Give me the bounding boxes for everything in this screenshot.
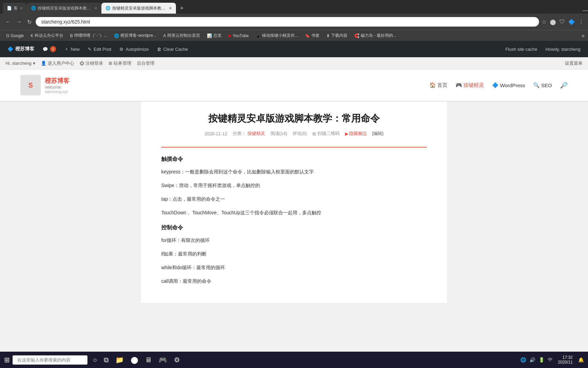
- bookmark-cilidao[interactable]: 🧲 磁力岛 - 最好用的...: [352, 32, 399, 40]
- section-control-commands: 控制命令 for循环：有限次的循环 if如果：最常用的判断 while和do循环…: [161, 224, 427, 286]
- nav-home[interactable]: 🏠 首页: [429, 82, 447, 89]
- wp-autoptimize-button[interactable]: ⚙ Autoptimize: [116, 45, 152, 54]
- chengsu-icon: 🌐: [114, 33, 119, 38]
- bookmark-chengsu[interactable]: 🌐 橙苏博客-wordpre...: [111, 32, 159, 40]
- aliyun-icon: A: [163, 33, 166, 38]
- taskbar-search-input[interactable]: [13, 355, 87, 365]
- bookmark-bilibili[interactable]: B 哔哩哔哩（' - '）...: [67, 32, 110, 40]
- tab-3[interactable]: 🌐 按键精灵安卓版游戏脚本教学： ✕: [101, 3, 176, 14]
- article-qrcode[interactable]: ⊞ 扫描二维码: [312, 131, 340, 137]
- taskbar-chrome-icon[interactable]: ⬤: [131, 356, 138, 364]
- forward-button[interactable]: →: [15, 17, 23, 26]
- secondary-user-center[interactable]: 👤 进入用户中心: [41, 60, 74, 66]
- extension-icon-1[interactable]: ⬤: [550, 19, 556, 25]
- battery-icon[interactable]: 🔋: [539, 357, 544, 363]
- bookmark-label-bilibili: 哔哩哔哩（' - '）...: [74, 33, 107, 39]
- flush-cache-button[interactable]: Flush site cache: [502, 45, 541, 54]
- wp-brand-item[interactable]: 🔷 橙苏博客: [4, 44, 38, 54]
- category-link[interactable]: 按键精灵: [247, 131, 265, 137]
- tab-2[interactable]: 🌐 按键精灵安卓版游戏脚本教学： ✕: [27, 3, 101, 14]
- taskbar-taskview-icon[interactable]: ⧉: [104, 356, 109, 364]
- wp-comments-item[interactable]: 💬 0: [39, 44, 60, 54]
- logo-url: starcheng.xyz: [45, 90, 69, 94]
- bilibili-icon: B: [70, 33, 73, 38]
- article-container: 按键精灵安卓版游戏脚本教学：常用命令 2020-11-12 分类： 按键精灵 阅…: [141, 102, 447, 303]
- bookmark-bookmarks[interactable]: 🔖 书签: [302, 32, 322, 40]
- wp-edit-button[interactable]: ✎ Edit Post: [84, 45, 115, 54]
- taskbar-extra-icon[interactable]: ⚙: [174, 356, 180, 364]
- extension-icon-2[interactable]: 🛡: [559, 19, 565, 25]
- notification-icon[interactable]: 🔔: [578, 357, 584, 363]
- tab-close-1[interactable]: ✕: [20, 6, 23, 11]
- site-nav: 🏠 首页 🎮 按键精灵 🔷 WordPress 🔍 SEO 🔎: [429, 81, 568, 89]
- article-category: 分类： 按键精灵: [233, 131, 265, 137]
- minimize-button[interactable]: —: [583, 7, 588, 14]
- comment-icon: 💬: [43, 47, 48, 52]
- menu-icon[interactable]: ⋮: [578, 19, 584, 25]
- wp-new-button[interactable]: ＋ New: [61, 44, 83, 54]
- hidden-label: 隐藏侧边: [349, 131, 367, 137]
- taskbar-explorer-icon[interactable]: 📁: [115, 356, 124, 364]
- bookmark-mobile[interactable]: 📱 移动按键小精灵作...: [253, 32, 301, 40]
- address-bar-row: ← → ↻ ☆ ⬤ 🛡 🔷 ⋮: [0, 14, 588, 30]
- tab-title-2: 按键精灵安卓版游戏脚本教学：: [38, 5, 92, 11]
- nav-wordpress[interactable]: 🔷 WordPress: [492, 82, 525, 88]
- new-label: New: [71, 47, 80, 52]
- logo-icon: S: [28, 81, 33, 89]
- bookmark-overview[interactable]: 📊 总览: [204, 32, 224, 40]
- address-input[interactable]: [36, 17, 539, 27]
- reload-button[interactable]: ↻: [26, 17, 33, 27]
- nav-seo[interactable]: 🔍 SEO: [533, 82, 552, 88]
- seo-icon: 🔍: [533, 82, 540, 88]
- keyjing-icon: 🎮: [456, 82, 462, 88]
- tab-close-2[interactable]: ✕: [94, 6, 97, 11]
- back-button[interactable]: ←: [4, 17, 12, 26]
- bookmark-download[interactable]: ⬇ 下载内容: [324, 32, 350, 40]
- touch-commands-title: 触摸命令: [161, 156, 427, 163]
- logo-text-block: 橙苏博客 welcome starcheng.xyz: [45, 77, 69, 94]
- secondary-backend[interactable]: 后台管理: [137, 60, 154, 66]
- content-keypress: keypress：一般是删除会用到这个命令，比如删除输入框里面的默认文字: [161, 167, 427, 177]
- bookmarks-more-button[interactable]: »: [582, 33, 585, 39]
- bookmark-youtube[interactable]: ▶ YouTube: [226, 32, 251, 39]
- article-divider: [161, 147, 427, 148]
- taskbar-cortana-icon[interactable]: ○: [93, 356, 97, 364]
- logo-welcome: welcome: [45, 85, 69, 90]
- taskbar-time-display[interactable]: 17:32 2020/11: [558, 355, 573, 365]
- volume-icon[interactable]: 🔊: [529, 357, 535, 363]
- nav-seo-label: SEO: [541, 82, 552, 88]
- wp-clear-cache-button[interactable]: 🗑 Clear Cache: [153, 45, 191, 54]
- extension-icon-3[interactable]: 🔷: [568, 19, 575, 25]
- tab-1[interactable]: 📄 客 ✕: [3, 3, 27, 14]
- bookmark-google[interactable]: G Google: [3, 32, 27, 39]
- site-manage-label: 站务管理: [114, 60, 131, 66]
- settings-menu[interactable]: 设置菜单: [565, 60, 583, 66]
- hidden-side-button[interactable]: ▶ 隐藏侧边: [345, 131, 367, 137]
- new-tab-button[interactable]: +: [177, 5, 186, 12]
- windows-start-button[interactable]: ⊞: [4, 356, 10, 364]
- site-logo[interactable]: S 橙苏博客 welcome starcheng.xyz: [20, 75, 69, 95]
- howdy-label[interactable]: Howdy, starcheng: [542, 45, 584, 54]
- taskbar-monitor-icon[interactable]: 🖥: [145, 356, 152, 364]
- secondary-logout[interactable]: ⏻ 注销登录: [80, 60, 103, 66]
- control-commands-title: 控制命令: [161, 224, 427, 231]
- qrcode-icon: ⊞: [312, 131, 316, 136]
- bookmark-keda[interactable]: K 科达云办公平台: [28, 32, 66, 40]
- tab-favicon-2: 🌐: [31, 6, 36, 11]
- nav-keyjing[interactable]: 🎮 按键精灵: [456, 82, 484, 89]
- mobile-icon: 📱: [256, 33, 261, 38]
- content-if: if如果：最常用的判断: [161, 249, 427, 259]
- article-edit-link[interactable]: [编辑]: [372, 131, 383, 137]
- taskbar-game-icon[interactable]: 🎮: [159, 356, 167, 364]
- tab-close-3[interactable]: ✕: [169, 6, 172, 11]
- comments-badge: 0: [50, 46, 56, 52]
- input-method-icon[interactable]: 中: [548, 357, 553, 363]
- wp-secondary-bar: Hi, starcheng ▾ 👤 进入用户中心 ⏻ 注销登录 ⊞ 站务管理 后…: [0, 57, 588, 70]
- secondary-site-manage[interactable]: ⊞ 站务管理: [109, 60, 131, 66]
- bookmark-aliyun[interactable]: A 阿里云控制台首页: [161, 32, 203, 40]
- star-icon[interactable]: ☆: [542, 19, 546, 25]
- nav-wordpress-label: WordPress: [500, 82, 525, 88]
- network-icon[interactable]: 🌐: [520, 357, 526, 363]
- home-icon: 🏠: [429, 82, 436, 88]
- nav-search-icon[interactable]: 🔎: [560, 81, 568, 89]
